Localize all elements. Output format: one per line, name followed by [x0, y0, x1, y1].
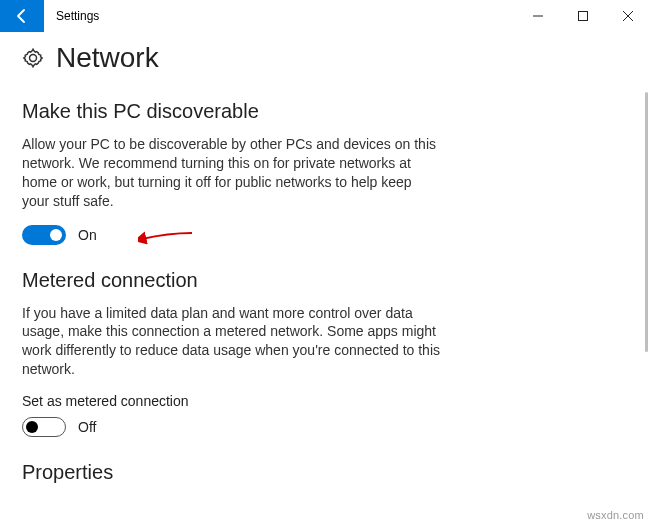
section-properties-heading: Properties	[22, 461, 628, 484]
scrollbar[interactable]	[644, 92, 648, 352]
close-button[interactable]	[605, 0, 650, 32]
content-area: Network Make this PC discoverable Allow …	[0, 32, 650, 510]
gear-icon	[22, 47, 44, 69]
close-icon	[623, 11, 633, 21]
back-button[interactable]	[0, 0, 44, 32]
metered-toggle-label: Off	[78, 419, 96, 435]
discoverable-toggle-label: On	[78, 227, 97, 243]
page-title: Network	[56, 42, 159, 74]
minimize-button[interactable]	[515, 0, 560, 32]
svg-rect-1	[578, 12, 587, 21]
titlebar-spacer	[99, 0, 515, 32]
discoverable-toggle-row: On	[22, 225, 628, 245]
section-discoverable-heading: Make this PC discoverable	[22, 100, 628, 123]
minimize-icon	[533, 11, 543, 21]
section-metered-heading: Metered connection	[22, 269, 628, 292]
arrow-left-icon	[14, 8, 30, 24]
metered-toggle-row: Off	[22, 417, 628, 437]
page-heading-row: Network	[22, 42, 628, 74]
toggle-knob	[50, 229, 62, 241]
scrollbar-thumb[interactable]	[645, 92, 648, 352]
window-title: Settings	[44, 0, 99, 32]
section-metered-body: If you have a limited data plan and want…	[22, 304, 442, 380]
titlebar: Settings	[0, 0, 650, 32]
discoverable-toggle[interactable]	[22, 225, 66, 245]
window-controls	[515, 0, 650, 32]
maximize-button[interactable]	[560, 0, 605, 32]
metered-sub-label: Set as metered connection	[22, 393, 628, 409]
section-discoverable-body: Allow your PC to be discoverable by othe…	[22, 135, 442, 211]
watermark: wsxdn.com	[587, 509, 644, 521]
metered-toggle[interactable]	[22, 417, 66, 437]
annotation-arrow-icon	[138, 227, 194, 247]
maximize-icon	[578, 11, 588, 21]
toggle-knob	[26, 421, 38, 433]
